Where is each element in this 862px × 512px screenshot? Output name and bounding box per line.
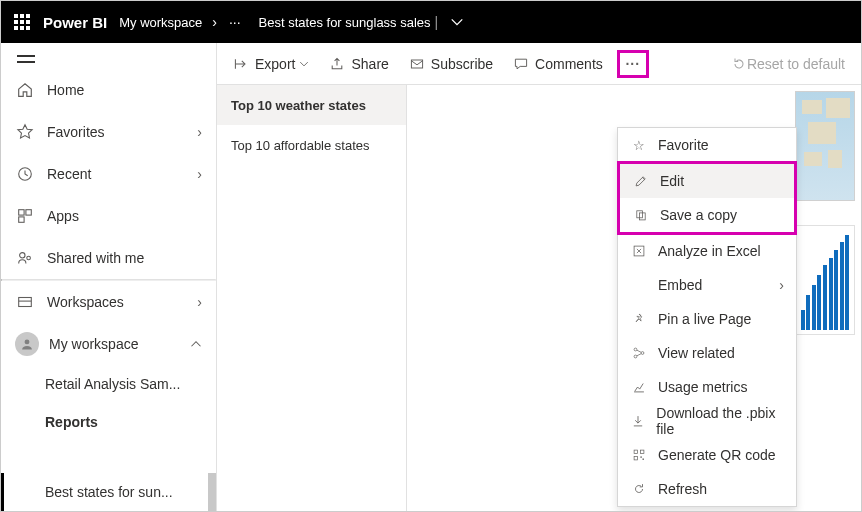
menu-favorite-label: Favorite bbox=[658, 137, 709, 153]
chevron-right-icon: › bbox=[197, 294, 202, 310]
waffle-icon bbox=[14, 14, 30, 30]
nav-sub-current-report[interactable]: Best states for sun... bbox=[1, 473, 216, 511]
reset-button[interactable]: Reset to default bbox=[731, 56, 855, 72]
svg-rect-15 bbox=[634, 450, 638, 454]
app-launcher-button[interactable] bbox=[7, 7, 37, 37]
nav-home-label: Home bbox=[47, 82, 84, 98]
menu-usage[interactable]: Usage metrics bbox=[618, 370, 796, 404]
chevron-down-icon bbox=[299, 59, 309, 69]
menu-embed-label: Embed bbox=[658, 277, 702, 293]
svg-rect-18 bbox=[640, 456, 641, 457]
menu-view-related-label: View related bbox=[658, 345, 735, 361]
nav-sub-reports[interactable]: Reports bbox=[1, 403, 216, 441]
nav-recent-label: Recent bbox=[47, 166, 91, 182]
export-button[interactable]: Export bbox=[223, 43, 319, 84]
svg-point-7 bbox=[25, 339, 30, 344]
svg-rect-3 bbox=[19, 217, 24, 222]
svg-rect-16 bbox=[640, 450, 644, 454]
nav-home[interactable]: Home bbox=[1, 69, 216, 111]
menu-view-related[interactable]: View related bbox=[618, 336, 796, 370]
star-icon bbox=[15, 122, 35, 142]
nav-favorites-label: Favorites bbox=[47, 124, 105, 140]
nav-sub-current-label: Best states for sun... bbox=[45, 484, 173, 500]
download-icon bbox=[630, 414, 646, 428]
menu-download-label: Download the .pbix file bbox=[656, 405, 784, 437]
menu-favorite[interactable]: ☆ Favorite bbox=[618, 128, 796, 162]
nav-my-workspace[interactable]: My workspace bbox=[1, 323, 216, 365]
more-options-button[interactable]: ··· bbox=[617, 50, 649, 78]
chart-icon bbox=[630, 380, 648, 394]
svg-rect-1 bbox=[19, 210, 24, 215]
svg-point-14 bbox=[634, 355, 637, 358]
menu-analyze-excel[interactable]: Analyze in Excel bbox=[618, 234, 796, 268]
report-toolbar: Export Share Subscribe bbox=[217, 43, 861, 85]
menu-download[interactable]: Download the .pbix file bbox=[618, 404, 796, 438]
bar-chart-visual[interactable] bbox=[795, 225, 855, 335]
nav-workspaces[interactable]: Workspaces › bbox=[1, 281, 216, 323]
nav-favorites[interactable]: Favorites › bbox=[1, 111, 216, 153]
menu-pin[interactable]: Pin a live Page bbox=[618, 302, 796, 336]
svg-point-13 bbox=[641, 352, 644, 355]
chevron-down-icon bbox=[450, 15, 464, 29]
report-pages-panel: Top 10 weather states Top 10 affordable … bbox=[217, 85, 407, 511]
nav-apps[interactable]: Apps bbox=[1, 195, 216, 237]
subscribe-button[interactable]: Subscribe bbox=[399, 43, 503, 84]
svg-point-5 bbox=[27, 256, 31, 260]
menu-usage-label: Usage metrics bbox=[658, 379, 747, 395]
title-dropdown-button[interactable] bbox=[450, 15, 464, 29]
mail-icon bbox=[409, 56, 425, 72]
menu-refresh-label: Refresh bbox=[658, 481, 707, 497]
page-tab-affordable[interactable]: Top 10 affordable states bbox=[217, 125, 406, 165]
subscribe-label: Subscribe bbox=[431, 56, 493, 72]
breadcrumb-workspace[interactable]: My workspace bbox=[119, 15, 202, 30]
menu-qr-label: Generate QR code bbox=[658, 447, 776, 463]
chevron-right-icon: › bbox=[779, 277, 784, 293]
menu-pin-label: Pin a live Page bbox=[658, 311, 751, 327]
nav-scrollbar[interactable] bbox=[208, 473, 216, 511]
related-icon bbox=[630, 346, 648, 360]
content-area: Export Share Subscribe bbox=[217, 43, 861, 511]
nav-workspaces-label: Workspaces bbox=[47, 294, 124, 310]
svg-point-12 bbox=[634, 348, 637, 351]
menu-edit[interactable]: Edit bbox=[620, 164, 794, 198]
nav-my-workspace-label: My workspace bbox=[49, 336, 138, 352]
page-tab-weather[interactable]: Top 10 weather states bbox=[217, 85, 406, 125]
nav-recent[interactable]: Recent › bbox=[1, 153, 216, 195]
copy-icon bbox=[632, 208, 650, 222]
ellipsis-icon: ··· bbox=[625, 56, 640, 72]
left-nav: Home Favorites › Recent › Apps bbox=[1, 43, 217, 511]
svg-rect-19 bbox=[643, 459, 644, 460]
breadcrumb-ellipsis[interactable]: ··· bbox=[229, 14, 241, 30]
clock-icon bbox=[15, 164, 35, 184]
chevron-right-icon: › bbox=[197, 124, 202, 140]
shared-icon bbox=[15, 248, 35, 268]
home-icon bbox=[15, 80, 35, 100]
export-icon bbox=[233, 56, 249, 72]
nav-sub-retail[interactable]: Retail Analysis Sam... bbox=[1, 365, 216, 403]
svg-rect-17 bbox=[634, 456, 638, 460]
chevron-right-icon: › bbox=[212, 14, 217, 30]
chevron-up-icon bbox=[190, 338, 202, 350]
app-header: Power BI My workspace › ··· Best states … bbox=[1, 1, 861, 43]
workspaces-icon bbox=[15, 292, 35, 312]
map-visual[interactable] bbox=[795, 91, 855, 201]
menu-refresh[interactable]: Refresh bbox=[618, 472, 796, 506]
menu-embed[interactable]: Embed › bbox=[618, 268, 796, 302]
chevron-right-icon: › bbox=[197, 166, 202, 182]
brand-label: Power BI bbox=[43, 14, 107, 31]
menu-save-copy[interactable]: Save a copy bbox=[620, 198, 794, 232]
reset-icon bbox=[731, 56, 747, 72]
menu-qr[interactable]: Generate QR code bbox=[618, 438, 796, 472]
nav-shared[interactable]: Shared with me bbox=[1, 237, 216, 279]
export-label: Export bbox=[255, 56, 295, 72]
menu-edit-label: Edit bbox=[660, 173, 684, 189]
svg-point-4 bbox=[20, 253, 25, 258]
apps-icon bbox=[15, 206, 35, 226]
nav-toggle-button[interactable] bbox=[1, 43, 216, 69]
nav-shared-label: Shared with me bbox=[47, 250, 144, 266]
avatar-icon bbox=[15, 332, 39, 356]
comments-button[interactable]: Comments bbox=[503, 43, 613, 84]
nav-apps-label: Apps bbox=[47, 208, 79, 224]
share-button[interactable]: Share bbox=[319, 43, 398, 84]
reset-label: Reset to default bbox=[747, 56, 845, 72]
